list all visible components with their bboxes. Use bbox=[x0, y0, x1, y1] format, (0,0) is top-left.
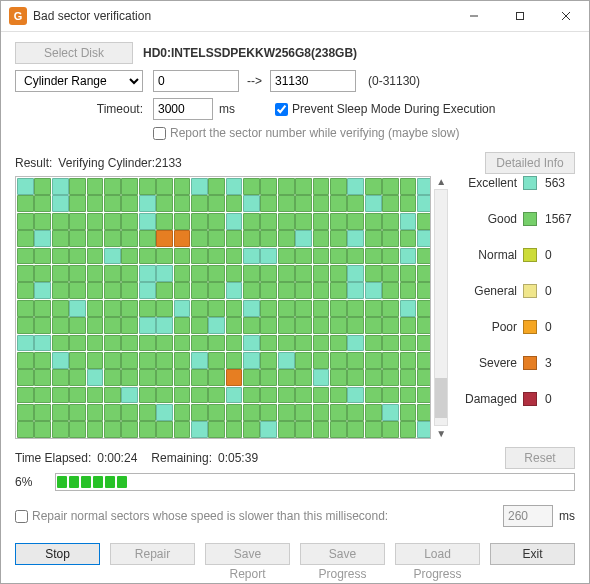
sector-cell bbox=[191, 300, 208, 317]
stop-button[interactable]: Stop bbox=[15, 543, 100, 565]
prevent-sleep-input[interactable] bbox=[275, 103, 288, 116]
sector-cell bbox=[226, 248, 243, 265]
sector-cell bbox=[69, 300, 86, 317]
sector-cell bbox=[17, 282, 34, 299]
sector-cell bbox=[156, 300, 173, 317]
repair-speed-value-input[interactable] bbox=[503, 505, 553, 527]
sector-cell bbox=[17, 265, 34, 282]
sector-cell bbox=[226, 195, 243, 212]
timeout-input[interactable] bbox=[153, 98, 213, 120]
sector-cell bbox=[174, 300, 191, 317]
sector-cell bbox=[104, 282, 121, 299]
scroll-thumb[interactable] bbox=[435, 378, 447, 418]
sector-cell bbox=[104, 265, 121, 282]
legend-name: General bbox=[474, 284, 517, 298]
sector-cell bbox=[191, 317, 208, 334]
detailed-info-button[interactable]: Detailed Info bbox=[485, 152, 575, 174]
maximize-button[interactable] bbox=[497, 1, 543, 31]
sector-cell bbox=[17, 387, 34, 404]
sector-cell bbox=[156, 248, 173, 265]
sector-cell bbox=[243, 282, 260, 299]
legend-swatch-general bbox=[523, 284, 537, 298]
sector-cell bbox=[52, 282, 69, 299]
sector-cell bbox=[365, 178, 382, 195]
sector-cell bbox=[226, 421, 243, 438]
sector-cell bbox=[260, 282, 277, 299]
sector-cell bbox=[278, 300, 295, 317]
legend-name: Excellent bbox=[468, 176, 517, 190]
legend-row-damaged: Damaged0 bbox=[465, 392, 575, 406]
sector-cell bbox=[52, 213, 69, 230]
close-button[interactable] bbox=[543, 1, 589, 31]
progress-segment bbox=[105, 476, 115, 488]
scroll-up-icon[interactable]: ▲ bbox=[436, 176, 446, 187]
sector-cell bbox=[313, 300, 330, 317]
prevent-sleep-label: Prevent Sleep Mode During Execution bbox=[292, 102, 495, 116]
sector-cell bbox=[295, 352, 312, 369]
sector-cell bbox=[208, 421, 225, 438]
sector-cell bbox=[365, 282, 382, 299]
grid-scrollbar[interactable]: ▲ ▼ bbox=[433, 176, 449, 439]
sector-cell bbox=[278, 387, 295, 404]
sector-cell bbox=[417, 369, 431, 386]
report-sector-checkbox[interactable]: Report the sector number while verifying… bbox=[153, 126, 459, 140]
sector-cell bbox=[139, 195, 156, 212]
save-progress-button[interactable]: Save Progress bbox=[300, 543, 385, 565]
sector-cell bbox=[400, 369, 417, 386]
repair-button[interactable]: Repair bbox=[110, 543, 195, 565]
sector-cell bbox=[34, 248, 51, 265]
sector-cell bbox=[139, 248, 156, 265]
sector-cell bbox=[87, 317, 104, 334]
minimize-button[interactable] bbox=[451, 1, 497, 31]
sector-cell bbox=[365, 335, 382, 352]
sector-cell bbox=[104, 421, 121, 438]
sector-cell bbox=[382, 248, 399, 265]
legend-count: 563 bbox=[545, 176, 575, 190]
sector-cell bbox=[208, 317, 225, 334]
sector-cell bbox=[139, 282, 156, 299]
load-progress-button[interactable]: Load Progress bbox=[395, 543, 480, 565]
repair-speed-checkbox[interactable]: Repair normal sectors whose speed is slo… bbox=[15, 509, 388, 523]
range-mode-select[interactable]: Cylinder Range bbox=[15, 70, 143, 92]
prevent-sleep-checkbox[interactable]: Prevent Sleep Mode During Execution bbox=[275, 102, 495, 116]
sector-cell bbox=[174, 387, 191, 404]
sector-cell bbox=[69, 195, 86, 212]
reset-button[interactable]: Reset bbox=[505, 447, 575, 469]
report-sector-input[interactable] bbox=[153, 127, 166, 140]
sector-cell bbox=[295, 369, 312, 386]
sector-cell bbox=[417, 300, 431, 317]
sector-cell bbox=[400, 178, 417, 195]
sector-cell bbox=[208, 195, 225, 212]
sector-cell bbox=[313, 404, 330, 421]
sector-cell bbox=[226, 282, 243, 299]
sector-cell bbox=[313, 335, 330, 352]
sector-cell bbox=[69, 282, 86, 299]
sector-cell bbox=[313, 213, 330, 230]
maximize-icon bbox=[515, 11, 525, 21]
scroll-track[interactable] bbox=[434, 189, 448, 426]
sector-cell bbox=[382, 300, 399, 317]
sector-cell bbox=[34, 335, 51, 352]
select-disk-button[interactable]: Select Disk bbox=[15, 42, 133, 64]
sector-cell bbox=[260, 300, 277, 317]
repair-speed-input[interactable] bbox=[15, 510, 28, 523]
range-end-input[interactable] bbox=[270, 70, 356, 92]
sector-cell bbox=[156, 230, 173, 247]
range-start-input[interactable] bbox=[153, 70, 239, 92]
sector-cell bbox=[278, 248, 295, 265]
sector-cell bbox=[347, 300, 364, 317]
scroll-down-icon[interactable]: ▼ bbox=[436, 428, 446, 439]
sector-cell bbox=[121, 282, 138, 299]
sector-cell bbox=[34, 421, 51, 438]
sector-cell bbox=[174, 178, 191, 195]
sector-cell bbox=[87, 282, 104, 299]
sector-cell bbox=[104, 404, 121, 421]
save-report-button[interactable]: Save Report bbox=[205, 543, 290, 565]
sector-cell bbox=[17, 421, 34, 438]
sector-cell bbox=[69, 265, 86, 282]
sector-cell bbox=[156, 335, 173, 352]
exit-button[interactable]: Exit bbox=[490, 543, 575, 565]
sector-cell bbox=[400, 265, 417, 282]
sector-cell bbox=[260, 317, 277, 334]
sector-cell bbox=[347, 369, 364, 386]
